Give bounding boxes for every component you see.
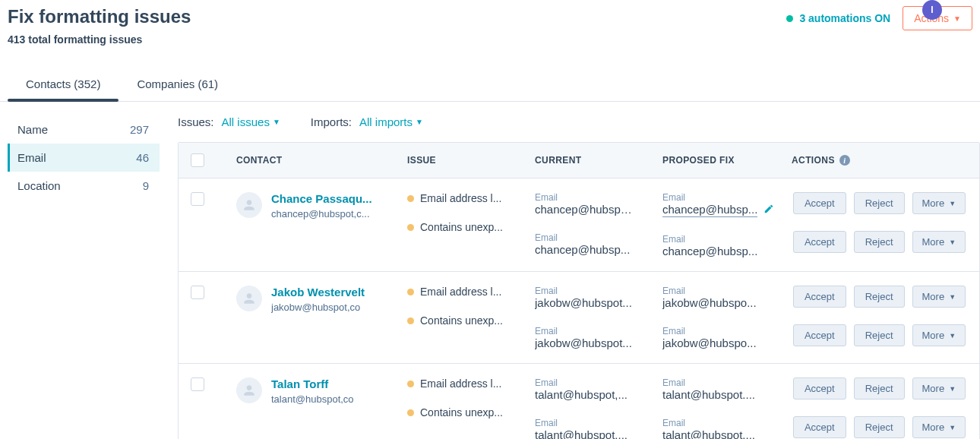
filter-imports-text: All imports <box>359 115 413 128</box>
contact-cell: Jakob Westerveltjakobw@hubspot,co <box>236 286 407 349</box>
issue-item: Email address l... <box>407 192 535 204</box>
contact-cell: Chance Passaqu...chancep@hubspot,c... <box>236 192 407 257</box>
contact-name[interactable]: Chance Passaqu... <box>271 192 372 205</box>
more-label: More <box>922 330 945 341</box>
col-proposed-header: PROPOSED FIX <box>662 155 792 166</box>
proposed-wrap: chancep@hubsp... <box>662 203 792 217</box>
more-label: More <box>922 383 945 394</box>
sidebar-item-email[interactable]: Email46 <box>8 144 160 172</box>
issue-item: Contains unexp... <box>407 406 535 418</box>
accept-button[interactable]: Accept <box>793 192 846 214</box>
row-checkbox-cell <box>191 192 236 257</box>
button-row: AcceptRejectMore▼ <box>793 286 966 308</box>
reject-button[interactable]: Reject <box>854 324 905 346</box>
select-all-checkbox[interactable] <box>191 153 204 167</box>
issue-text: Contains unexp... <box>420 406 503 418</box>
sidebar-item-label: Location <box>17 179 61 192</box>
col-actions-header: ACTIONS i <box>792 155 967 166</box>
proposed-value[interactable]: chancep@hubsp... <box>662 203 757 217</box>
main: Issues: All issues ▼ Imports: All import… <box>160 102 980 439</box>
automations-status[interactable]: 3 automations ON <box>786 12 890 24</box>
contact-name[interactable]: Talan Torff <box>271 377 354 390</box>
contact-name[interactable]: Jakob Westervelt <box>271 286 365 298</box>
more-button[interactable]: More▼ <box>912 286 966 308</box>
caret-down-icon: ▼ <box>416 118 423 126</box>
more-button[interactable]: More▼ <box>912 324 966 346</box>
button-row: AcceptRejectMore▼ <box>793 324 966 346</box>
accept-button[interactable]: Accept <box>793 231 846 253</box>
page-header: Fix formatting issues 413 total formatti… <box>0 0 980 46</box>
reject-button[interactable]: Reject <box>854 416 905 438</box>
filter-issues-text: All issues <box>222 115 270 128</box>
proposed-value: chancep@hubsp... <box>662 245 761 257</box>
caret-down-icon: ▼ <box>949 293 956 301</box>
reject-button[interactable]: Reject <box>854 231 905 253</box>
caret-down-icon: ▼ <box>949 238 956 246</box>
accept-button[interactable]: Accept <box>793 286 846 308</box>
value-block: Emailchancep@hubsp... <box>662 234 792 257</box>
col-issue-header: ISSUE <box>407 155 535 166</box>
filter-issues-value[interactable]: All issues ▼ <box>222 115 280 128</box>
sidebar-item-name[interactable]: Name297 <box>8 115 160 144</box>
proposed-cell: Emailjakobw@hubspo...Emailjakobw@hubspo.… <box>662 286 792 349</box>
value-label: Email <box>662 234 792 245</box>
issue-item: Contains unexp... <box>407 221 535 233</box>
reject-button[interactable]: Reject <box>854 286 905 308</box>
value-block: Emailchancep@hubspo... <box>535 192 662 216</box>
sidebar: Name297Email46Location9 <box>0 102 160 439</box>
proposed-cell: Emailtalant@hubspot....Emailtalant@hubsp… <box>662 377 792 439</box>
row-checkbox[interactable] <box>191 377 204 391</box>
more-label: More <box>922 197 945 209</box>
row-checkbox[interactable] <box>191 192 204 206</box>
button-row: AcceptRejectMore▼ <box>793 192 966 214</box>
value-block: Emailjakobw@hubspot... <box>535 286 662 309</box>
accept-button[interactable]: Accept <box>793 324 846 346</box>
col-contact-header: CONTACT <box>236 155 407 166</box>
sidebar-item-location[interactable]: Location9 <box>8 172 160 200</box>
pencil-icon[interactable] <box>763 204 774 217</box>
issue-text: Email address l... <box>420 192 501 204</box>
current-value: jakobw@hubspot... <box>535 336 634 349</box>
issue-item: Contains unexp... <box>407 314 535 327</box>
value-label: Email <box>535 377 662 388</box>
contact-info: Talan Torfftalant@hubspot,co <box>271 377 354 405</box>
tab-0[interactable]: Contacts (352) <box>8 67 119 101</box>
reject-button[interactable]: Reject <box>854 192 905 214</box>
more-label: More <box>922 291 945 302</box>
actions-cell: AcceptRejectMore▼AcceptRejectMore▼ <box>792 192 967 257</box>
accept-button[interactable]: Accept <box>793 416 846 438</box>
contact-email: chancep@hubspot,c... <box>271 208 372 220</box>
filter-imports: Imports: All imports ▼ <box>311 115 423 128</box>
contact-email: jakobw@hubspot,co <box>271 302 365 313</box>
warning-dot-icon <box>407 409 414 416</box>
header-right: I 3 automations ON Actions ▼ <box>786 6 972 30</box>
filters: Issues: All issues ▼ Imports: All import… <box>178 115 980 128</box>
col-current-header: CURRENT <box>535 155 662 166</box>
more-button[interactable]: More▼ <box>912 377 966 400</box>
issue-text: Email address l... <box>420 377 501 390</box>
warning-dot-icon <box>407 195 414 202</box>
value-block: Emailchancep@hubsp... <box>535 232 662 256</box>
current-cell: Emailjakobw@hubspot...Emailjakobw@hubspo… <box>535 286 662 349</box>
value-block: Emailtalant@hubspot,... <box>535 418 662 439</box>
more-button[interactable]: More▼ <box>912 231 966 253</box>
accept-button[interactable]: Accept <box>793 377 846 400</box>
row-checkbox[interactable] <box>191 286 204 299</box>
sidebar-item-label: Email <box>17 151 46 164</box>
filter-imports-value[interactable]: All imports ▼ <box>359 115 423 128</box>
value-label: Email <box>662 286 792 296</box>
value-label: Email <box>535 286 662 296</box>
avatar-badge[interactable]: I <box>922 0 942 20</box>
more-button[interactable]: More▼ <box>912 416 966 438</box>
info-icon[interactable]: i <box>839 155 850 166</box>
value-label: Email <box>662 418 792 428</box>
warning-dot-icon <box>407 381 414 387</box>
more-button[interactable]: More▼ <box>912 192 966 214</box>
value-block: Emailchancep@hubsp... <box>662 192 792 217</box>
issue-cell: Email address l...Contains unexp... <box>407 286 535 349</box>
col-checkbox <box>191 153 236 167</box>
issues-table: CONTACT ISSUE CURRENT PROPOSED FIX ACTIO… <box>178 142 980 439</box>
reject-button[interactable]: Reject <box>854 377 905 400</box>
page-subtitle: 413 total formatting issues <box>8 33 191 46</box>
tab-1[interactable]: Companies (61) <box>119 67 236 101</box>
